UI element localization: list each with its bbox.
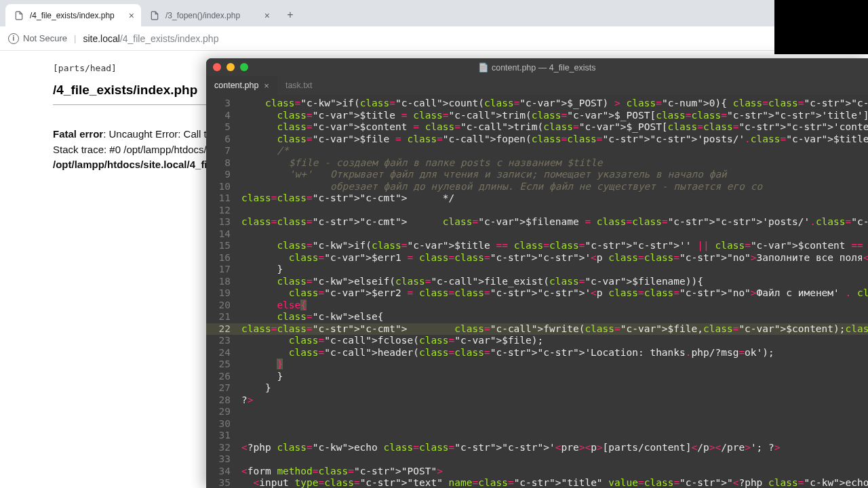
new-tab-button[interactable]: + bbox=[281, 5, 300, 24]
separator: | bbox=[74, 33, 76, 43]
browser-tab[interactable]: /3_fopen()/index.php × bbox=[141, 4, 277, 26]
editor-window: 📄 content.php — 4_file_exists OPEN FILES… bbox=[206, 58, 868, 488]
browser-tab-title: /3_fopen()/index.php bbox=[165, 11, 259, 20]
browser-tab-active[interactable]: /4_file_exists/index.php × bbox=[5, 4, 141, 26]
close-icon[interactable]: × bbox=[264, 81, 269, 91]
window-title: 📄 content.php — 4_file_exists bbox=[206, 62, 868, 73]
insecure-label: Not Secure bbox=[23, 33, 67, 43]
close-icon[interactable]: × bbox=[264, 10, 270, 21]
window-minimize-icon[interactable] bbox=[226, 63, 235, 71]
line-gutter: 3456789101112131415161718192021222324252… bbox=[206, 95, 237, 488]
file-icon bbox=[14, 10, 24, 21]
browser-tab-title: /4_file_exists/index.php bbox=[30, 11, 123, 20]
address-bar: i Not Secure | site.local/4_file_exists/… bbox=[0, 26, 868, 51]
security-indicator[interactable]: i Not Secure bbox=[8, 33, 67, 44]
file-tab[interactable]: task.txt bbox=[277, 76, 321, 95]
traffic-lights bbox=[213, 63, 248, 71]
file-icon bbox=[149, 10, 160, 21]
close-icon[interactable]: × bbox=[129, 10, 134, 21]
info-icon: i bbox=[8, 33, 19, 44]
code-lines[interactable]: class="c-kw">if(class="c-call">count(cla… bbox=[237, 95, 868, 488]
window-maximize-icon[interactable] bbox=[240, 63, 248, 71]
code-editor[interactable]: 3456789101112131415161718192021222324252… bbox=[206, 95, 868, 488]
window-close-icon[interactable] bbox=[213, 63, 221, 71]
code-area: content.php× task.txt 345678910111213141… bbox=[206, 76, 868, 488]
file-tab-bar: content.php× task.txt bbox=[206, 76, 868, 95]
file-tab-active[interactable]: content.php× bbox=[206, 76, 277, 95]
url-display[interactable]: site.local/4_file_exists/index.php bbox=[83, 33, 218, 44]
black-region bbox=[774, 0, 868, 54]
editor-titlebar[interactable]: 📄 content.php — 4_file_exists bbox=[206, 58, 868, 76]
browser-tab-strip: /4_file_exists/index.php × /3_fopen()/in… bbox=[0, 0, 868, 26]
